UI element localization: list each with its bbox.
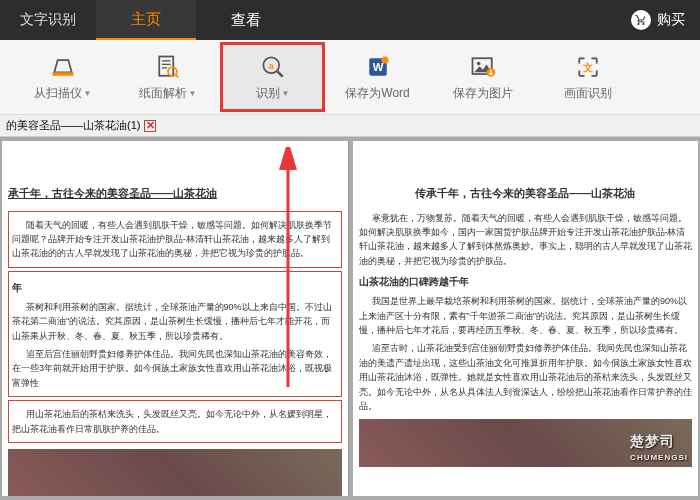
document-search-icon [154, 53, 182, 81]
save-image-label: 保存为图片 [453, 85, 513, 102]
parse-button[interactable]: 纸面解析▼ [115, 42, 220, 112]
svg-text:文: 文 [582, 61, 593, 72]
save-word-button[interactable]: W 保存为Word [325, 42, 430, 112]
svg-point-12 [381, 56, 388, 63]
screen-ocr-label: 画面识别 [564, 85, 612, 102]
paragraph: 我国是世界上最早栽培茶树和利用茶树的国家。据统计，全球茶油产量的90%以上来油产… [359, 294, 693, 337]
recognize-button[interactable]: a 识别▼ [220, 42, 325, 112]
paragraph: 追至后宫佳丽朝野贵妇修养护体佳品。我间先民也深知山茶花油的美容奇效，在一些3年前… [12, 347, 338, 390]
save-image-button[interactable]: 保存为图片 [430, 42, 535, 112]
document-tab-bar: 的美容圣品——山茶花油(1) ✕ [0, 115, 700, 137]
tab-view[interactable]: 查看 [196, 0, 296, 40]
tab-home[interactable]: 主页 [96, 0, 196, 40]
dropdown-icon: ▼ [84, 89, 92, 98]
buy-button[interactable]: 购买 [616, 10, 700, 30]
text-region[interactable]: 随着天气的回暖，有些人会遇到肌肤干燥，敏感等问题。如何解决肌肤换季节问题呢？品牌… [8, 211, 342, 268]
close-icon[interactable]: ✕ [144, 120, 156, 132]
section-heading: 年 [12, 280, 338, 296]
svg-rect-0 [52, 72, 73, 76]
image-icon [469, 53, 497, 81]
buy-label: 购买 [657, 11, 685, 29]
app-name: 文字识别 [0, 11, 96, 29]
left-pane: 承千年，古往今来的美容圣品——山茶花油 随着天气的回暖，有些人会遇到肌肤干燥，敏… [2, 141, 349, 496]
scanner-icon [49, 53, 77, 81]
watermark: 楚梦司 CHUMENGSI [630, 430, 688, 465]
crop-icon: 文 [574, 53, 602, 81]
section-heading: 山茶花油的口碑跨越千年 [359, 274, 693, 290]
titlebar: 文字识别 主页 查看 购买 [0, 0, 700, 40]
recognize-label: 识别 [256, 85, 280, 102]
scan-button[interactable]: 从扫描仪▼ [10, 42, 115, 112]
document-tab[interactable]: 的美容圣品——山茶花油(1) ✕ [0, 118, 162, 133]
svg-point-14 [476, 61, 480, 65]
right-title: 传承千年，古往今来的美容圣品——山茶花油 [359, 185, 693, 203]
workspace: 承千年，古往今来的美容圣品——山茶花油 随着天气的回暖，有些人会遇到肌肤干燥，敏… [0, 137, 700, 500]
parse-label: 纸面解析 [139, 85, 187, 102]
toolbar: 从扫描仪▼ 纸面解析▼ a 识别▼ W 保存为Word 保存为图片 文 画面识别 [0, 40, 700, 115]
svg-rect-1 [159, 56, 173, 75]
dropdown-icon: ▼ [282, 89, 290, 98]
save-word-label: 保存为Word [345, 85, 409, 102]
word-icon: W [364, 53, 392, 81]
paragraph: 用山茶花油后的茶枯来洗头，头发既丝又亮。如今无论中外，从名媛到明星，把山茶花油看… [12, 407, 338, 436]
screen-ocr-button[interactable]: 文 画面识别 [535, 42, 640, 112]
paragraph: 茶树和利用茶树的国家。据统计，全球茶油产量的90%以上来自中国。不过山茶花第二商… [12, 300, 338, 343]
svg-line-6 [175, 74, 178, 77]
svg-text:a: a [268, 60, 273, 70]
paragraph: 寒意犹在，万物复苏。随着天气的回暖，有些人会遇到肌肤干燥，敏感等问题。如何解决肌… [359, 211, 693, 269]
svg-text:W: W [372, 61, 383, 73]
paragraph: 追至古时，山茶花油受到宫佳丽朝野贵妇修养护体佳品。我间先民也深知山茶花油的美遗产… [359, 341, 693, 413]
left-title: 承千年，古往今来的美容圣品——山茶花油 [8, 185, 342, 203]
document-tab-title: 的美容圣品——山茶花油(1) [6, 118, 140, 133]
scan-label: 从扫描仪 [34, 85, 82, 102]
image-region[interactable] [8, 449, 342, 496]
image-region: 楚梦司 CHUMENGSI [359, 419, 693, 467]
paragraph: 随着天气的回暖，有些人会遇到肌肤干燥，敏感等问题。如何解决肌肤换季节问题呢？品牌… [12, 218, 338, 261]
recognize-icon: a [259, 53, 287, 81]
text-region[interactable]: 用山茶花油后的茶枯来洗头，头发既丝又亮。如今无论中外，从名媛到明星，把山茶花油看… [8, 400, 342, 443]
text-region[interactable]: 年 茶树和利用茶树的国家。据统计，全球茶油产量的90%以上来自中国。不过山茶花第… [8, 271, 342, 397]
right-pane: 传承千年，古往今来的美容圣品——山茶花油 寒意犹在，万物复苏。随着天气的回暖，有… [353, 141, 699, 496]
svg-line-9 [277, 71, 282, 76]
cart-icon [631, 10, 651, 30]
dropdown-icon: ▼ [189, 89, 197, 98]
